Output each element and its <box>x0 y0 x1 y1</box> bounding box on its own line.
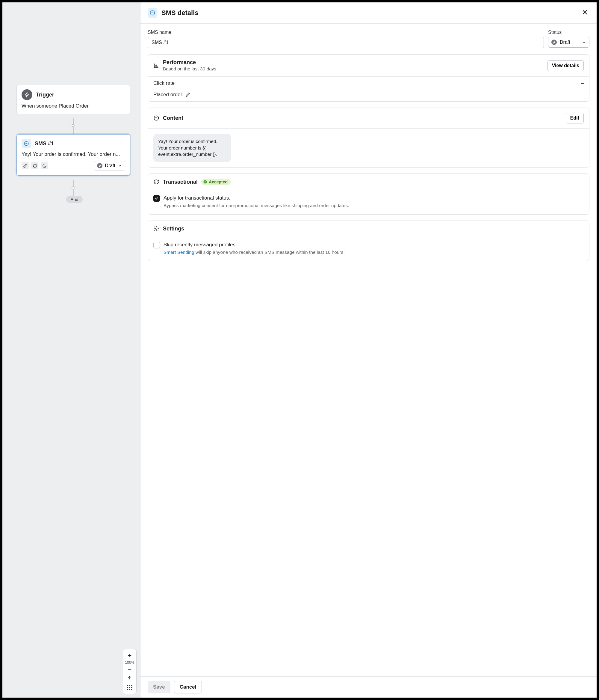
transactional-check-title: Apply for transactional status. <box>163 195 300 201</box>
gear-icon <box>153 226 159 232</box>
sms-name-label: SMS name <box>148 30 300 35</box>
performance-title: Performance <box>163 59 300 66</box>
refresh-icon <box>153 179 159 185</box>
sms-name-input[interactable] <box>148 37 300 48</box>
moon-icon <box>41 162 48 169</box>
performance-card: Performance Based on the last 30 days Vi… <box>148 54 300 102</box>
skip-checkbox[interactable] <box>153 242 160 248</box>
connector-handle[interactable] <box>72 124 75 127</box>
sms-preview: Yay! Your order is confirmed. Your order… <box>22 151 125 157</box>
skip-desc: will skip anyone who received an SMS mes… <box>194 250 300 255</box>
lightning-icon <box>22 89 32 100</box>
trigger-title: Trigger <box>36 92 54 98</box>
transactional-card: Transactional Accepted Apply for transac… <box>148 174 300 215</box>
chart-icon <box>153 62 159 69</box>
end-node: End <box>66 196 83 203</box>
node-status-dropdown[interactable]: Draft <box>94 161 125 171</box>
metric-label: Placed order <box>153 92 182 98</box>
chevron-down-icon <box>118 164 122 168</box>
smart-sending-link[interactable]: Smart Sending <box>163 250 194 255</box>
transactional-title: Transactional <box>163 179 198 185</box>
transactional-check-desc: Bypass marketing consent for non-promoti… <box>163 202 300 209</box>
message-icon <box>153 115 159 121</box>
sms-icon <box>148 8 157 18</box>
pencil-icon[interactable] <box>185 92 190 97</box>
metric-row: Click rate – <box>148 77 300 90</box>
content-title: Content <box>163 115 300 121</box>
sms-bubble: Yay! Your order is confirmed. Your order… <box>153 134 231 162</box>
sms-icon <box>22 139 31 148</box>
skip-title: Skip recently messaged profiles <box>163 242 300 248</box>
settings-card: Settings Skip recently messaged profiles… <box>148 221 300 261</box>
trigger-node[interactable]: Trigger When someone Placed Order <box>17 85 130 114</box>
draft-status-icon <box>97 163 102 168</box>
metric-label: Click rate <box>153 80 175 86</box>
transactional-checkbox[interactable] <box>153 195 160 202</box>
trigger-description: When someone Placed Order <box>22 103 125 109</box>
node-status-label: Draft <box>105 163 115 168</box>
details-panel: SMS details SMS name Status Draft <box>140 2 300 350</box>
svg-point-4 <box>156 228 157 229</box>
metric-row: Placed order – <box>148 90 300 101</box>
content-card: Content Edit Yay! Your order is confirme… <box>148 107 300 168</box>
settings-title: Settings <box>163 226 300 232</box>
kebab-icon[interactable]: ⋮ <box>117 140 125 147</box>
sms-node[interactable]: SMS #1 ⋮ Yay! Your order is confirmed. Y… <box>17 134 130 176</box>
link-icon <box>22 162 29 169</box>
flow-canvas[interactable]: Trigger When someone Placed Order SMS #1… <box>2 2 140 350</box>
connector-handle[interactable] <box>72 186 75 190</box>
panel-title: SMS details <box>161 9 300 17</box>
refresh-icon <box>31 162 38 169</box>
accepted-badge: Accepted <box>201 179 231 185</box>
performance-subtitle: Based on the last 30 days <box>163 66 300 72</box>
sms-node-title: SMS #1 <box>35 141 113 147</box>
